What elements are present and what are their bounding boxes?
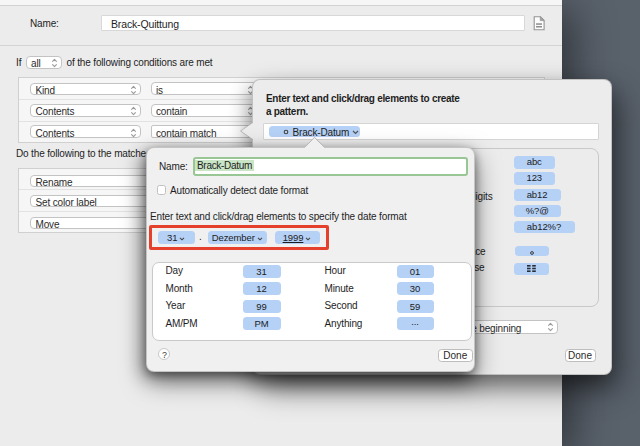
svg-text:?: ?	[162, 350, 167, 360]
